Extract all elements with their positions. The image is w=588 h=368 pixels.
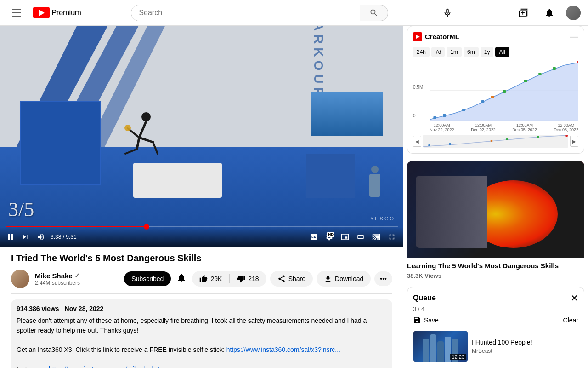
create-icon	[519, 8, 529, 18]
notifications-button[interactable]	[540, 4, 559, 22]
white-mat	[133, 163, 222, 198]
hamburger-line	[12, 9, 21, 10]
svg-rect-23	[577, 61, 578, 63]
like-button[interactable]: 29K	[192, 271, 229, 287]
queue-item-1[interactable]: 12:23 I Hunted 100 People! MrBeast	[413, 328, 578, 365]
hamburger-line	[12, 16, 21, 17]
range-left-handle[interactable]: ◀	[413, 136, 421, 147]
filter-all[interactable]: All	[495, 47, 509, 57]
captions-button[interactable]	[308, 231, 320, 243]
widget-header: CreatorML —	[413, 32, 578, 41]
fullscreen-icon	[388, 233, 396, 241]
svg-line-8	[139, 138, 153, 142]
fullscreen-button[interactable]	[386, 231, 398, 243]
miniplayer-button[interactable]	[339, 231, 351, 243]
queue-close-button[interactable]: ✕	[571, 293, 578, 304]
filter-7d[interactable]: 7d	[431, 47, 445, 57]
video-info: I Tried The World's 5 Most Dangerous Ski…	[0, 247, 403, 294]
range-selector: ◀ ▶	[413, 135, 578, 148]
description-meta: 914,386 views Nov 28, 2022	[17, 305, 387, 312]
mic-button[interactable]	[438, 4, 457, 22]
header-divider	[464, 7, 464, 18]
next-button[interactable]	[19, 231, 31, 243]
header: Premium	[0, 0, 588, 26]
theater-button[interactable]	[355, 231, 367, 243]
notification-bell-button[interactable]	[175, 271, 188, 287]
svg-rect-29	[565, 135, 568, 137]
svg-rect-21	[538, 73, 541, 75]
bg-person	[369, 166, 383, 198]
rec-video-views: 38.3K Views	[407, 272, 584, 279]
search-button[interactable]	[360, 5, 388, 21]
share-icon	[277, 275, 286, 283]
mini-chart[interactable]	[423, 135, 568, 148]
channel-avatar[interactable]	[11, 270, 29, 288]
dislike-button[interactable]: 218	[230, 271, 266, 287]
mute-button[interactable]	[35, 231, 47, 243]
x-label-2: 12:00AMDec 02, 2022	[471, 123, 496, 132]
queue-item-1-channel: MrBeast	[472, 348, 578, 354]
watermark: YESGO	[370, 216, 395, 221]
svg-rect-28	[537, 136, 539, 138]
filter-24h[interactable]: 24h	[413, 47, 430, 57]
recommended-video-card[interactable]: Learning The 5 World's Most Dangerous Sk…	[407, 161, 584, 283]
video-player[interactable]: PARKOUR	[0, 26, 403, 247]
hamburger-line	[12, 12, 21, 13]
theater-icon	[356, 233, 365, 241]
subscribe-button[interactable]: Subscribed	[124, 271, 171, 286]
cast-button[interactable]	[370, 231, 382, 243]
svg-line-6	[137, 138, 139, 149]
filter-6m[interactable]: 6m	[464, 47, 479, 57]
description-text: Please don't attempt any of these at hom…	[17, 316, 387, 368]
notifications-wrap	[540, 4, 559, 22]
mini-chart-svg	[423, 135, 568, 148]
filter-1m[interactable]: 1m	[447, 47, 462, 57]
youtube-logo[interactable]: Premium	[33, 7, 81, 18]
queue-save-button[interactable]: Save	[413, 316, 439, 324]
widget-title: CreatorML	[413, 32, 459, 41]
dislike-count: 218	[248, 275, 259, 282]
share-label: Share	[288, 275, 305, 282]
more-options-button[interactable]: •••	[374, 271, 392, 286]
y-mid: 0.5M	[413, 85, 427, 90]
share-button[interactable]: Share	[270, 271, 313, 287]
download-label: Download	[335, 275, 363, 282]
skip-next-icon	[21, 233, 29, 241]
avatar[interactable]	[566, 6, 581, 20]
chart-svg	[430, 61, 578, 121]
x-label-1: 12:00AMNov 29, 2022	[430, 123, 454, 132]
svg-line-7	[125, 149, 137, 154]
minimize-button[interactable]: —	[570, 32, 578, 41]
queue-item-1-duration: 12:23	[450, 354, 466, 360]
pause-icon	[7, 234, 14, 240]
hamburger-menu-button[interactable]	[7, 4, 26, 22]
svg-rect-19	[503, 90, 506, 93]
create-button[interactable]	[514, 4, 533, 22]
queue-progress: 3 / 4	[413, 305, 578, 312]
queue-item-2[interactable]: Last To Take Hand Off Jet, Keeps	[413, 365, 578, 368]
queue-clear-button[interactable]: Clear	[563, 316, 578, 324]
description-box: 914,386 views Nov 28, 2022 Please don't …	[11, 299, 392, 368]
bell-icon	[544, 8, 554, 18]
svg-rect-27	[506, 138, 509, 140]
header-left: Premium	[7, 4, 81, 22]
download-button[interactable]: Download	[317, 271, 371, 287]
volume-icon	[37, 233, 45, 241]
video-content: PARKOUR	[0, 26, 403, 247]
video-controls: 3:38 / 9:31 HD	[0, 227, 403, 247]
time-display: 3:38 / 9:31	[51, 234, 77, 240]
thumbs-up-icon	[199, 275, 208, 283]
search-input[interactable]	[131, 5, 360, 21]
play-pause-button[interactable]	[6, 232, 16, 242]
svg-rect-20	[524, 80, 527, 82]
instagram-link[interactable]: https://www.instagram.com/mikeshaketv	[49, 365, 163, 368]
range-right-handle[interactable]: ▶	[570, 136, 578, 147]
insta360-link[interactable]: https://www.insta360.com/sal/x3?insrc...	[226, 346, 340, 353]
settings-wrap: HD	[323, 231, 335, 243]
svg-rect-18	[491, 96, 494, 98]
svg-rect-17	[481, 100, 484, 103]
rec-video-info: Learning The 5 World's Most Dangerous Sk…	[407, 258, 584, 283]
filter-1y[interactable]: 1y	[481, 47, 494, 57]
video-frame: PARKOUR	[0, 26, 403, 247]
search-icon	[369, 8, 379, 17]
